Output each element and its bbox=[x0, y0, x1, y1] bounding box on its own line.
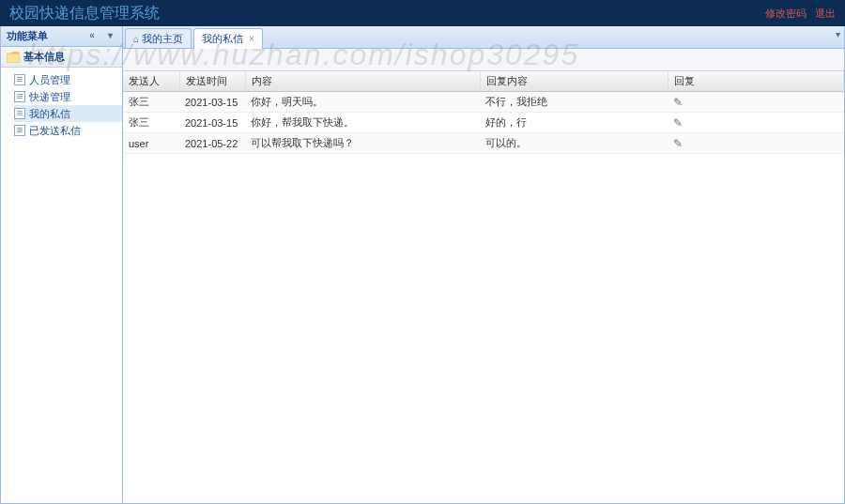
sidebar-item-my-messages[interactable]: 我的私信 bbox=[14, 105, 122, 122]
cell-sender: user bbox=[123, 133, 179, 154]
change-password-link[interactable]: 修改密码 bbox=[765, 8, 807, 19]
page-icon bbox=[14, 74, 25, 85]
table-row[interactable]: 张三2021-03-15你好，明天吗。不行，我拒绝✎ bbox=[123, 92, 844, 113]
cell-reply-action: ✎ bbox=[668, 113, 844, 133]
table-row[interactable]: user2021-05-22可以帮我取下快递吗？可以的。✎ bbox=[123, 133, 844, 154]
page-icon bbox=[14, 108, 25, 119]
page-icon bbox=[14, 91, 25, 102]
tab-label: 我的私信 bbox=[202, 32, 243, 46]
tab-label: 我的主页 bbox=[142, 32, 183, 46]
edit-icon[interactable]: ✎ bbox=[673, 137, 686, 150]
cell-content: 你好，帮我取下快递。 bbox=[245, 113, 480, 133]
svg-rect-0 bbox=[7, 53, 20, 63]
sidebar-item-people[interactable]: 人员管理 bbox=[14, 71, 122, 88]
cell-reply-action: ✎ bbox=[668, 133, 844, 154]
main-area: ⌂ 我的主页 我的私信 × ▾ 发送人 发送时间 内容 回复内容 回复 bbox=[123, 26, 844, 503]
tab-my-messages[interactable]: 我的私信 × bbox=[193, 28, 263, 49]
sidebar-item-label: 已发送私信 bbox=[29, 124, 81, 138]
sidebar-header: 功能菜单 « ▾ bbox=[1, 26, 122, 47]
sidebar-item-label: 人员管理 bbox=[29, 73, 70, 87]
col-reply-content[interactable]: 回复内容 bbox=[480, 71, 668, 92]
cell-content: 你好，明天吗。 bbox=[245, 92, 480, 113]
edit-icon[interactable]: ✎ bbox=[673, 116, 686, 130]
app-title: 校园快递信息管理系统 bbox=[9, 4, 160, 23]
tree-group-label: 基本信息 bbox=[23, 50, 65, 64]
home-icon: ⌂ bbox=[133, 34, 139, 44]
messages-grid: 发送人 发送时间 内容 回复内容 回复 张三2021-03-15你好，明天吗。不… bbox=[123, 71, 844, 503]
tab-menu-icon[interactable]: ▾ bbox=[836, 29, 840, 39]
cell-time: 2021-03-15 bbox=[179, 92, 245, 113]
collapse-left-icon[interactable]: « bbox=[85, 30, 99, 43]
folder-icon bbox=[7, 52, 20, 63]
sidebar-item-label: 快递管理 bbox=[29, 90, 70, 104]
cell-sender: 张三 bbox=[123, 113, 179, 133]
expand-icon[interactable]: ▾ bbox=[103, 30, 116, 43]
cell-time: 2021-03-15 bbox=[179, 113, 245, 133]
logout-link[interactable]: 退出 bbox=[815, 8, 836, 19]
cell-content: 可以帮我取下快递吗？ bbox=[245, 133, 480, 154]
col-content[interactable]: 内容 bbox=[245, 71, 480, 92]
sidebar-item-label: 我的私信 bbox=[29, 107, 70, 121]
sidebar-item-express[interactable]: 快递管理 bbox=[14, 88, 122, 105]
tab-home[interactable]: ⌂ 我的主页 bbox=[125, 28, 192, 48]
cell-reply-action: ✎ bbox=[668, 92, 844, 113]
cell-sender: 张三 bbox=[123, 92, 179, 113]
tree-list: 人员管理 快递管理 我的私信 已发送私信 bbox=[1, 68, 122, 143]
sidebar: 功能菜单 « ▾ 基本信息 人员管理 快递管理 我的私信 已发送私信 bbox=[1, 26, 123, 503]
cell-reply-content: 可以的。 bbox=[480, 133, 668, 154]
cell-time: 2021-05-22 bbox=[179, 133, 245, 154]
header-links: 修改密码 退出 bbox=[760, 7, 836, 21]
col-reply[interactable]: 回复 bbox=[668, 71, 844, 92]
edit-icon[interactable]: ✎ bbox=[673, 96, 686, 109]
table-row[interactable]: 张三2021-03-15你好，帮我取下快递。好的，行✎ bbox=[123, 113, 844, 133]
page-icon bbox=[14, 125, 25, 136]
cell-reply-content: 好的，行 bbox=[480, 113, 668, 133]
col-sender[interactable]: 发送人 bbox=[123, 71, 179, 92]
grid-toolbar bbox=[123, 49, 844, 71]
grid-header-row: 发送人 发送时间 内容 回复内容 回复 bbox=[123, 71, 844, 92]
tree-group-basic[interactable]: 基本信息 bbox=[1, 47, 122, 68]
close-icon[interactable]: × bbox=[249, 34, 254, 44]
sidebar-title: 功能菜单 bbox=[7, 29, 48, 43]
col-time[interactable]: 发送时间 bbox=[179, 71, 245, 92]
sidebar-item-sent-messages[interactable]: 已发送私信 bbox=[14, 122, 122, 139]
cell-reply-content: 不行，我拒绝 bbox=[480, 92, 668, 113]
app-header: 校园快递信息管理系统 修改密码 退出 bbox=[0, 0, 845, 26]
tab-strip: ⌂ 我的主页 我的私信 × ▾ bbox=[123, 26, 844, 49]
